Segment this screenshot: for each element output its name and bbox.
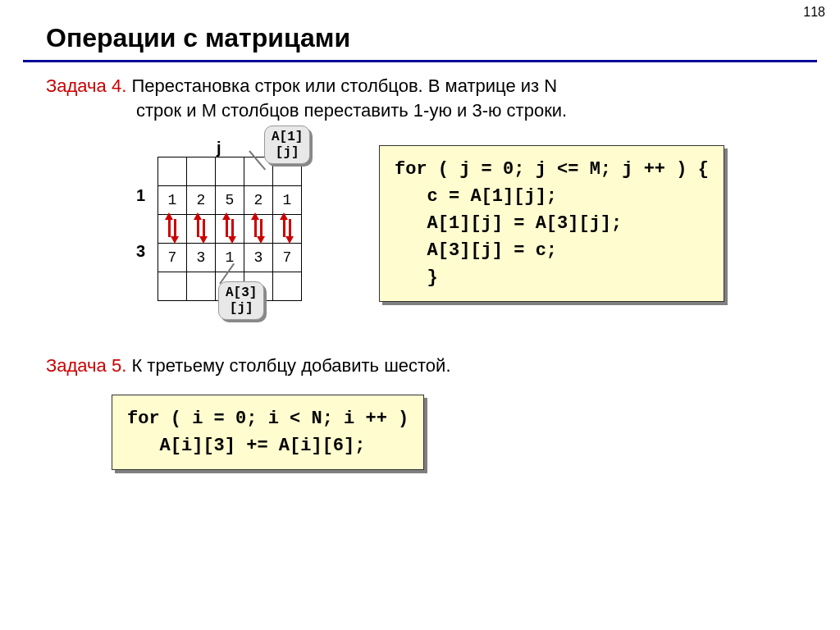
row1-label: 1	[136, 185, 145, 207]
swap-arrow-icon	[281, 214, 293, 242]
task4-line1: Перестановка строк или столбцов. В матри…	[126, 75, 557, 96]
matrix-row: 12521	[158, 186, 302, 215]
task4-line2: строк и M столбцов переставить 1-ую и 3-…	[46, 98, 807, 123]
task5-body: К третьему столбцу добавить шестой.	[126, 355, 450, 376]
swap-arrow-icon	[167, 214, 178, 242]
swap-arrow-icon	[224, 214, 235, 242]
figure-row: j 1 3 12521 73137 A[1] [j] A[3] [j] for …	[46, 126, 807, 331]
swap-arrow-icon	[253, 214, 264, 242]
row3-label: 3	[136, 240, 145, 262]
page-title: Операции с матрицами	[0, 0, 840, 58]
task5-text: Задача 5. К третьему столбцу добавить ше…	[46, 354, 807, 378]
task4-lead: Задача 4.	[46, 75, 126, 96]
callout-a3j: A[3] [j]	[218, 281, 264, 320]
swap-arrow-icon	[195, 214, 207, 242]
task4-text: Задача 4. Перестановка строк или столбцо…	[46, 74, 807, 122]
page-number: 118	[803, 5, 825, 20]
content-body: Задача 4. Перестановка строк или столбцо…	[0, 62, 840, 470]
task5-lead: Задача 5.	[46, 355, 126, 376]
j-label: j	[217, 137, 221, 159]
matrix-figure: j 1 3 12521 73137 A[1] [j] A[3] [j]	[62, 126, 333, 331]
code-block-addcol: for ( i = 0; i < N; i ++ ) A[i][3] += A[…	[112, 395, 424, 470]
callout-a1j: A[1] [j]	[264, 126, 310, 164]
code-block-swap: for ( j = 0; j <= M; j ++ ) { c = A[1][j…	[379, 145, 724, 302]
